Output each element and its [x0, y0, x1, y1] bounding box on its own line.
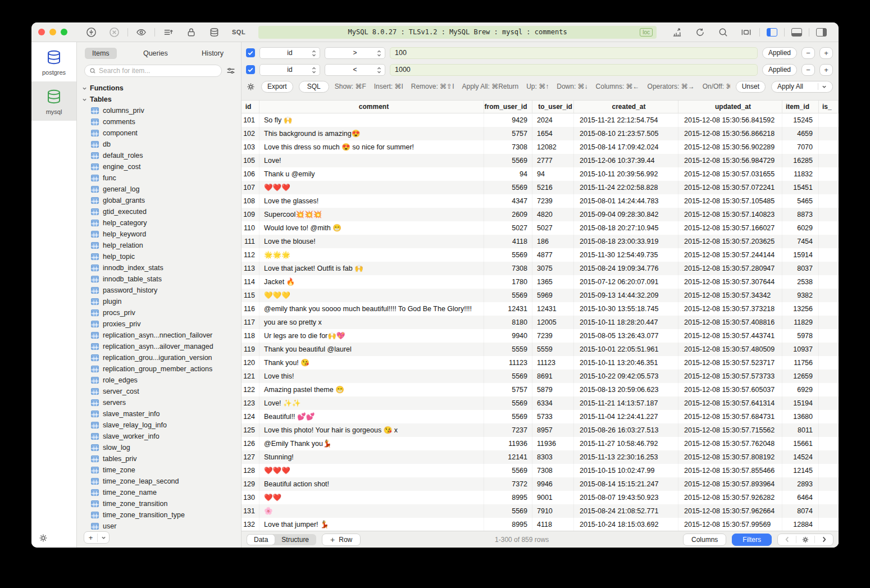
table-cell-comment[interactable]: Love!: [259, 154, 484, 167]
table-cell-id[interactable]: 110: [242, 221, 259, 235]
sidebar-table-gtid_executed[interactable]: gtid_executed: [77, 206, 241, 217]
table-cell-is_[interactable]: [819, 343, 839, 356]
sidebar-table-innodb_table_stats[interactable]: innodb_table_stats: [77, 274, 241, 285]
table-cell-is_[interactable]: [819, 423, 839, 437]
table-cell-comment[interactable]: 🌸: [259, 504, 484, 518]
table-cell-to_user_id[interactable]: 6334: [532, 396, 574, 410]
table-cell-created_at[interactable]: 2015-09-13 14:44:32.209: [574, 289, 678, 302]
table-row[interactable]: 109Supercool💥💥💥260948202015-09-04 09:28:…: [242, 208, 839, 221]
toggle-right-panel-icon[interactable]: [816, 28, 827, 37]
table-cell-item_id[interactable]: 6029: [782, 221, 819, 235]
table-cell-from_user_id[interactable]: 11123: [484, 356, 532, 370]
item-search-field[interactable]: [84, 65, 222, 77]
table-cell-updated_at[interactable]: 2015-12-08 15:30:57.307644: [678, 275, 782, 289]
table-cell-updated_at[interactable]: 2015-12-08 15:30:57.641314: [678, 396, 782, 410]
table-cell-to_user_id[interactable]: 5879: [532, 383, 574, 396]
sidebar-table-global_grants[interactable]: global_grants: [77, 195, 241, 206]
table-cell-updated_at[interactable]: 2015-12-08 15:30:57.715562: [678, 423, 782, 437]
filter-1-operator-select[interactable]: >: [325, 47, 385, 59]
table-cell-to_user_id[interactable]: 2777: [532, 154, 574, 167]
filter-2-enabled-checkbox[interactable]: [246, 65, 255, 74]
table-cell-comment[interactable]: 🌟🌟🌟: [259, 248, 484, 262]
table-cell-from_user_id[interactable]: 5569: [484, 410, 532, 423]
table-row[interactable]: 113Love that jacket! Outfit is fab 🙌7308…: [242, 262, 839, 275]
table-cell-created_at[interactable]: 2015-08-26 16:03:27.513: [574, 423, 678, 437]
table-cell-from_user_id[interactable]: 5569: [484, 504, 532, 518]
table-cell-updated_at[interactable]: 2015-12-08 15:30:57.926282: [678, 491, 782, 504]
table-cell-from_user_id[interactable]: 12141: [484, 450, 532, 464]
table-row[interactable]: 114Jacket 🔥178013652015-07-12 06:20:07.0…: [242, 275, 839, 289]
table-cell-comment[interactable]: you are so pretty x: [259, 316, 484, 329]
table-row[interactable]: 125Love this photo! Your hair is gorgeou…: [242, 423, 839, 437]
search-icon[interactable]: [718, 27, 728, 38]
page-settings-gear-icon[interactable]: [796, 536, 814, 544]
table-cell-comment[interactable]: ❤️❤️❤️: [259, 181, 484, 194]
table-cell-created_at[interactable]: 2015-11-21 14:13:57.187: [574, 396, 678, 410]
filters-button[interactable]: Filters: [732, 534, 772, 546]
table-cell-created_at[interactable]: 2015-08-24 21:08:52.771: [574, 504, 678, 518]
filter-2-value-input[interactable]: [390, 64, 758, 76]
table-cell-to_user_id[interactable]: 5216: [532, 181, 574, 194]
table-cell-updated_at[interactable]: 2015-12-08 15:30:57.893964: [678, 477, 782, 491]
table-cell-to_user_id[interactable]: 4877: [532, 248, 574, 262]
search-input[interactable]: [99, 67, 217, 75]
connection-icon[interactable]: [86, 27, 97, 38]
table-cell-is_[interactable]: [819, 221, 839, 235]
table-cell-comment[interactable]: Would love to! @mith 😁: [259, 221, 484, 235]
table-cell-item_id[interactable]: 2893: [782, 477, 819, 491]
table-cell-id[interactable]: 132: [242, 518, 259, 531]
table-cell-is_[interactable]: [819, 464, 839, 477]
minimize-window-button[interactable]: [49, 29, 56, 35]
table-cell-id[interactable]: 125: [242, 423, 259, 437]
sql-window-button[interactable]: SQL: [232, 29, 245, 35]
table-cell-created_at[interactable]: 2015-10-15 10:02:47.99: [574, 464, 678, 477]
table-cell-id[interactable]: 127: [242, 450, 259, 464]
sidebar-table-time_zone_transition_type[interactable]: time_zone_transition_type: [77, 509, 241, 521]
table-cell-created_at[interactable]: 2015-10-11 13:20:46.351: [574, 356, 678, 370]
table-cell-from_user_id[interactable]: 5569: [484, 464, 532, 477]
table-cell-id[interactable]: 111: [242, 235, 259, 248]
table-cell-item_id[interactable]: 11829: [782, 316, 819, 329]
table-cell-from_user_id[interactable]: 11936: [484, 437, 532, 450]
table-cell-comment[interactable]: ❤️❤️: [259, 491, 484, 504]
table-cell-comment[interactable]: Love that jacket! Outfit is fab 🙌: [259, 262, 484, 275]
table-cell-from_user_id[interactable]: 2609: [484, 208, 532, 221]
export-button[interactable]: Export: [261, 81, 293, 93]
table-cell-comment[interactable]: Love this dress so much 😍 so nice for su…: [259, 140, 484, 154]
table-cell-from_user_id[interactable]: 7237: [484, 423, 532, 437]
table-cell-comment[interactable]: Amazing pastel theme 😁: [259, 383, 484, 396]
zoom-window-button[interactable]: [61, 29, 67, 35]
table-cell-id[interactable]: 117: [242, 316, 259, 329]
sidebar-table-default_roles[interactable]: default_roles: [77, 150, 241, 161]
table-cell-comment[interactable]: Thank you! 😘: [259, 356, 484, 370]
table-row[interactable]: 130❤️❤️899590012015-08-07 19:43:50.92320…: [242, 491, 839, 504]
table-cell-created_at[interactable]: 2015-10-22 09:42:05.573: [574, 370, 678, 383]
table-cell-item_id[interactable]: 14524: [782, 450, 819, 464]
table-cell-to_user_id[interactable]: 94: [532, 167, 574, 181]
table-cell-id[interactable]: 126: [242, 437, 259, 450]
table-cell-to_user_id[interactable]: 11123: [532, 356, 574, 370]
table-cell-item_id[interactable]: 11756: [782, 356, 819, 370]
connection-mysql[interactable]: mysql: [31, 81, 76, 121]
table-cell-to_user_id[interactable]: 7910: [532, 504, 574, 518]
table-cell-to_user_id[interactable]: 8691: [532, 370, 574, 383]
table-row[interactable]: 121Love this!556986912015-10-22 09:42:05…: [242, 370, 839, 383]
table-row[interactable]: 120Thank you! 😘11123111232015-10-11 13:2…: [242, 356, 839, 370]
table-cell-from_user_id[interactable]: 8180: [484, 316, 532, 329]
table-cell-created_at[interactable]: 2015-08-01 14:24:44.783: [574, 194, 678, 208]
filter-1-enabled-checkbox[interactable]: [246, 48, 255, 57]
table-cell-id[interactable]: 112: [242, 248, 259, 262]
lock-icon[interactable]: [186, 27, 197, 38]
table-cell-updated_at[interactable]: 2015-12-08 15:30:57.373218: [678, 302, 782, 316]
table-cell-is_[interactable]: [819, 437, 839, 450]
sidebar-table-user[interactable]: user: [77, 521, 241, 532]
table-row[interactable]: 116@emily thank you soooo much beautiful…: [242, 302, 839, 316]
table-cell-comment[interactable]: @Emily Thank you💃: [259, 437, 484, 450]
table-cell-created_at[interactable]: 2015-10-24 18:15:03.692: [574, 518, 678, 531]
column-header-id[interactable]: id: [242, 101, 259, 113]
table-cell-item_id[interactable]: 8873: [782, 208, 819, 221]
table-cell-to_user_id[interactable]: 186: [532, 235, 574, 248]
table-cell-id[interactable]: 115: [242, 289, 259, 302]
table-row[interactable]: 132Love that jumper! 💃899541182015-10-24…: [242, 518, 839, 531]
table-cell-comment[interactable]: Jacket 🔥: [259, 275, 484, 289]
